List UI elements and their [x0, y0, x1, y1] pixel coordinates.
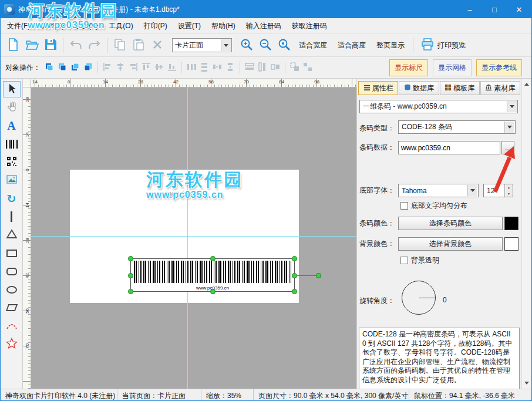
same-height-button[interactable]: [256, 61, 269, 74]
undo-button[interactable]: [67, 36, 85, 54]
text-tool[interactable]: A: [3, 117, 21, 134]
same-size-button[interactable]: [269, 61, 282, 74]
ellipse-tool[interactable]: [3, 281, 21, 298]
selection-handle-sw[interactable]: [128, 289, 133, 294]
tab-templates[interactable]: 模板库: [440, 81, 480, 95]
zoom-select-button[interactable]: [275, 36, 293, 54]
qrcode-tool[interactable]: [3, 154, 21, 170]
align-center-button[interactable]: [114, 61, 127, 74]
move-layer-down-button[interactable]: [82, 61, 95, 74]
select-tool[interactable]: [3, 81, 21, 97]
selection-handle-n[interactable]: [210, 256, 216, 261]
barcode-tool[interactable]: [3, 136, 21, 152]
new-document-button[interactable]: [4, 36, 22, 54]
arc-tool[interactable]: [3, 318, 21, 334]
menu-get-license[interactable]: 获取注册码: [287, 18, 332, 34]
rotation-handle[interactable]: [316, 273, 321, 278]
triangle-tool[interactable]: [3, 227, 21, 243]
menu-help[interactable]: 帮助(H): [206, 18, 241, 34]
copy-button[interactable]: [111, 36, 129, 54]
bg-color-swatch[interactable]: [504, 237, 518, 251]
bring-to-front-button[interactable]: [43, 61, 56, 74]
fit-width-button[interactable]: 适合宽度: [294, 38, 332, 53]
guide-horizontal[interactable]: [31, 236, 356, 237]
align-middle-button[interactable]: [153, 61, 166, 74]
rotate-tool[interactable]: ↻: [3, 190, 21, 207]
barcode-type-select[interactable]: CODE-128 条码: [398, 120, 516, 134]
move-layer-up-button[interactable]: [69, 61, 82, 74]
tab-database[interactable]: 数据库: [399, 81, 439, 95]
even-text-checkbox[interactable]: [400, 202, 408, 210]
selection-handle-w[interactable]: [128, 273, 133, 278]
object-selector[interactable]: 一维条码 - www.pc0359.cn: [359, 100, 518, 113]
panel-scrollbar[interactable]: [521, 79, 531, 389]
spinner-down-button[interactable]: ▼: [504, 191, 513, 197]
image-tool[interactable]: [3, 172, 21, 188]
menu-file[interactable]: 文件(F): [2, 18, 35, 34]
barcode-color-swatch[interactable]: [504, 217, 518, 230]
send-to-back-button[interactable]: [56, 61, 69, 74]
design-viewport[interactable]: 请输入文本内容 河东软件园 www.pc0359.cn www.pc0359.c…: [31, 87, 356, 389]
scroll-down-button[interactable]: [523, 379, 531, 387]
zoom-out-button[interactable]: [257, 36, 274, 54]
open-file-button[interactable]: [23, 36, 41, 54]
menu-print[interactable]: 打印(P): [139, 18, 173, 34]
fit-height-button[interactable]: 适合高度: [333, 38, 371, 53]
barcode-data-more-button[interactable]: ...: [501, 141, 514, 154]
delete-button[interactable]: [149, 36, 166, 54]
fit-page-button[interactable]: 整页显示: [372, 38, 409, 53]
dropdown-button[interactable]: [467, 185, 477, 196]
barcode-data-input[interactable]: [398, 141, 500, 154]
align-bottom-button[interactable]: [166, 61, 179, 74]
transparent-checkbox[interactable]: [400, 257, 408, 264]
align-left-button[interactable]: [101, 61, 114, 74]
selection-handle-s[interactable]: [210, 289, 216, 294]
ungroup-button[interactable]: [301, 61, 314, 74]
page-side-selector[interactable]: 卡片正面: [172, 38, 232, 52]
dropdown-button[interactable]: [221, 39, 231, 51]
pan-tool[interactable]: [3, 99, 21, 116]
rectangle-tool[interactable]: [3, 245, 21, 261]
align-top-button[interactable]: [140, 61, 153, 74]
paste-button[interactable]: [130, 36, 147, 54]
selection-handle-nw[interactable]: [128, 256, 133, 261]
parallelogram-tool[interactable]: [3, 299, 21, 316]
rotation-dial[interactable]: [402, 281, 436, 315]
align-right-button[interactable]: [127, 61, 140, 74]
font-size-spinner[interactable]: 12 ▲ ▼: [483, 184, 513, 197]
scroll-up-button[interactable]: [523, 80, 531, 88]
line-tool[interactable]: [3, 208, 21, 225]
print-preview-button[interactable]: 打印预览: [417, 36, 469, 55]
group-button[interactable]: [288, 61, 301, 74]
tab-properties[interactable]: 属性栏: [358, 81, 398, 95]
equal-hspace-button[interactable]: [211, 61, 224, 74]
show-ruler-toggle[interactable]: 显示标尺: [389, 59, 428, 76]
menu-settings[interactable]: 设置(T): [173, 18, 206, 34]
show-grid-toggle[interactable]: 显示网格: [433, 59, 472, 76]
menu-tools[interactable]: 工具(O): [103, 18, 138, 34]
save-button[interactable]: [42, 36, 59, 54]
star-tool[interactable]: [3, 336, 21, 352]
selection-handle-e[interactable]: [292, 273, 297, 278]
rounded-rect-tool[interactable]: [3, 263, 21, 279]
selection-handle-ne[interactable]: [292, 256, 297, 261]
show-guides-toggle[interactable]: 显示参考线: [476, 59, 522, 76]
dropdown-button[interactable]: [504, 122, 514, 133]
text-placeholder[interactable]: 请输入文本内容: [70, 191, 299, 198]
guide-vertical[interactable]: [187, 87, 188, 389]
minimize-button[interactable]: –: [457, 1, 482, 18]
tab-materials[interactable]: 素材库: [480, 81, 520, 95]
distribute-horizontal-button[interactable]: [185, 61, 198, 74]
spinner-up-button[interactable]: ▲: [504, 184, 513, 191]
dropdown-button[interactable]: [507, 101, 517, 112]
barcode-color-button[interactable]: 选择条码颜色: [398, 217, 503, 230]
same-width-button[interactable]: [243, 61, 256, 74]
menu-view[interactable]: 视图(V): [69, 18, 103, 34]
distribute-vertical-button[interactable]: [198, 61, 211, 74]
maximize-button[interactable]: □: [482, 1, 507, 18]
bg-color-button[interactable]: 选择背景颜色: [398, 237, 503, 251]
equal-vspace-button[interactable]: [224, 61, 237, 74]
barcode-object[interactable]: www.pc0359.cn: [131, 259, 294, 291]
menu-edit[interactable]: 编辑(E): [35, 18, 69, 34]
selection-handle-se[interactable]: [292, 289, 297, 294]
